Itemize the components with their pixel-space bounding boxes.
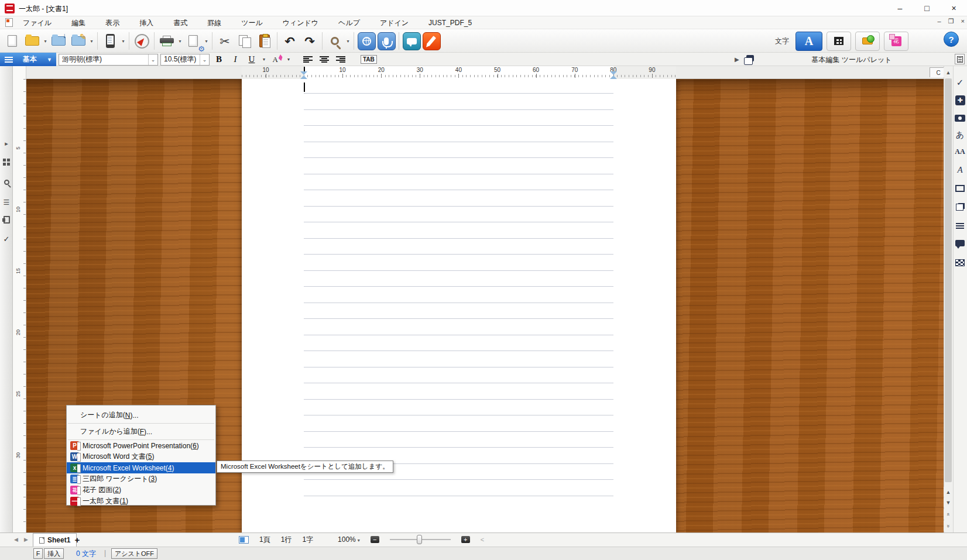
close-button[interactable]: × [941,0,967,16]
search-icon[interactable] [0,178,13,187]
menu-item-add-sheet[interactable]: シートの追加(N)... [67,407,215,423]
flower-icon[interactable]: ✚ [953,95,967,105]
table-mode-button[interactable] [827,32,851,51]
chat-button[interactable] [402,31,421,51]
char-mode-button[interactable]: A [795,32,822,51]
scrollbar-thumb[interactable] [945,78,952,482]
menu-border[interactable]: 罫線 [197,16,231,29]
menu-item-hanako[interactable]: 花 花子 図面(2) [67,485,215,496]
font-name-caret-icon[interactable]: ⌄ [148,54,157,65]
doc-restore-button[interactable]: ❐ [948,18,954,25]
underline-button[interactable]: U [245,53,259,66]
zoom-slider-thumb[interactable] [417,535,422,544]
proof-check-icon[interactable]: ✓ [953,77,967,88]
undo-button[interactable]: ↶ [280,31,300,51]
new-document-button[interactable] [2,31,22,51]
menu-item-sanshiro[interactable]: ≣ 三四郎 ワークシート(3) [67,473,215,485]
print-settings-button[interactable]: ⚙ [183,31,203,51]
zoom-in-button[interactable]: + [461,536,470,543]
menu-help[interactable]: ヘルプ [328,16,370,29]
page-down-button[interactable]: » [944,521,953,531]
shape-mode-button[interactable] [855,32,880,51]
font-size-select[interactable]: 10.5(標準) ⌄ [160,54,210,66]
marker-dropdown[interactable]: ▾ [286,57,292,62]
menu-item-word[interactable]: W Microsoft Word 文書(5) [67,451,215,462]
copy-button[interactable] [235,31,255,51]
sheet-prev-button[interactable]: ◀ [14,537,18,542]
comment-icon[interactable] [953,240,967,248]
zoom-button[interactable] [325,31,345,51]
hanako-mode-button[interactable]: 花 [884,32,908,51]
f-mode-button[interactable]: F [33,548,43,559]
assist-off-button[interactable]: アシストOFF [111,548,157,559]
palette-switch-icon[interactable] [744,55,755,64]
marker-pen-button[interactable] [421,31,441,51]
translate-button[interactable] [356,31,376,51]
frame-icon[interactable] [953,185,967,194]
marker-button[interactable]: A [269,53,283,66]
font-name-select[interactable]: 游明朝(標準) ⌄ [59,54,158,66]
maximize-button[interactable]: □ [914,0,940,16]
camera-icon[interactable] [953,115,967,123]
layers-icon[interactable] [953,203,967,212]
zoom-slider[interactable] [390,539,451,540]
mode-selector[interactable]: 基本 ▼ [0,53,56,66]
cut-button[interactable]: ✂ [215,31,235,51]
menu-window[interactable]: ウィンドウ [273,16,328,29]
save-as-button[interactable]: ✎ [68,31,88,51]
open-dropdown[interactable]: ▾ [42,31,49,51]
document-icon[interactable] [5,18,13,27]
align-right-button[interactable] [334,53,348,66]
outline-icon[interactable] [953,222,967,231]
help-button[interactable]: ? [944,32,959,47]
menu-addin[interactable]: アドイン [370,16,419,29]
check-tool-icon[interactable]: ✓ [0,235,13,243]
menu-insert[interactable]: 挿入 [129,16,163,29]
menu-item-ichitaro[interactable]: 一 一太郎 文書(1) [67,496,215,507]
menu-file[interactable]: ファイル [13,16,61,29]
menu-view[interactable]: 表示 [95,16,129,29]
menu-edit[interactable]: 編集 [61,16,95,29]
menu-item-powerpoint[interactable]: P Microsoft PowerPoint Presentation(6) [67,440,215,451]
menu-just-pdf[interactable]: JUST_PDF_5 [419,16,482,29]
mobile-view-button[interactable] [100,31,120,51]
scroll-up-button[interactable]: ▲ [944,67,953,77]
scroll-down-button[interactable]: ▼ [944,497,953,507]
menu-item-add-from-file[interactable]: ファイルから追加(F)... [67,424,215,439]
right-margin-marker[interactable] [610,71,617,79]
menu-item-excel[interactable]: x Microsoft Excel Worksheet(4) [67,462,215,473]
save-as-dropdown[interactable]: ▾ [88,31,95,51]
menu-format[interactable]: 書式 [163,16,197,29]
decoration-icon[interactable]: A [953,165,967,175]
doc-close-button[interactable]: × [961,18,965,25]
sheet-tab[interactable]: Sheet1 [33,533,77,547]
minimize-button[interactable]: – [887,0,913,16]
left-margin-marker[interactable] [300,71,307,79]
redo-button[interactable]: ↷ [300,31,320,51]
font-size-caret-icon[interactable]: ⌄ [200,54,209,65]
menu-tools[interactable]: ツール [231,16,273,29]
page-view-icon[interactable] [239,536,249,544]
print-dropdown[interactable]: ▾ [177,31,183,51]
save-button[interactable]: ↓ [49,31,68,51]
doc-minimize-button[interactable]: – [938,18,941,25]
voice-input-button[interactable] [376,31,396,51]
align-center-button[interactable] [317,53,331,66]
navigation-button[interactable] [132,31,152,51]
font-icon[interactable]: AA [953,147,967,156]
zoom-out-button[interactable]: − [371,536,379,543]
palette-menu-button[interactable] [955,54,965,64]
italic-button[interactable]: I [228,53,242,66]
scroll-up-button2[interactable]: ▲ [944,487,953,497]
block-select-icon[interactable] [0,159,13,167]
align-left-button[interactable] [301,53,315,66]
bookmark-icon[interactable] [0,216,13,225]
open-button[interactable] [22,31,42,51]
bold-button[interactable]: B [212,53,226,66]
mobile-view-dropdown[interactable]: ▾ [120,31,126,51]
tab-button[interactable]: TAB [361,55,377,64]
page-up-button[interactable]: « [944,509,953,519]
print-button[interactable] [157,31,177,51]
underline-dropdown[interactable]: ▾ [261,57,267,62]
add-sheet-button[interactable]: + [71,532,83,547]
